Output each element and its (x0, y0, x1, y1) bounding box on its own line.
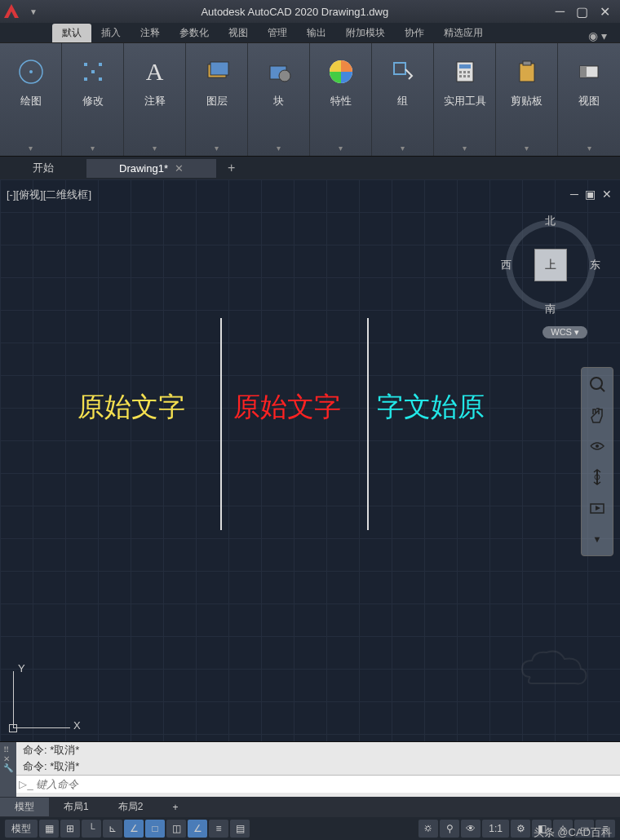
viewport-minimize-icon[interactable]: ─ (570, 188, 578, 201)
viewcube-west[interactable]: 西 (501, 258, 512, 272)
annotation-visibility-icon[interactable]: 👁 (461, 820, 480, 838)
chevron-down-icon[interactable]: ▾ (401, 144, 405, 153)
ribbon-tab-annotate[interactable]: 注释 (131, 24, 170, 42)
watermark-cloud-icon (514, 644, 596, 689)
chevron-down-icon[interactable]: ▾ (29, 144, 33, 153)
chevron-down-icon[interactable]: ▾ (525, 144, 529, 153)
layout-tab-layout2[interactable]: 布局2 (104, 798, 158, 816)
panel-layers[interactable]: 图层 ▾ (186, 43, 248, 156)
window-title: Autodesk AutoCAD 2020 Drawing1.dwg (44, 6, 546, 18)
panel-group[interactable]: 组 ▾ (372, 43, 434, 156)
ribbon-tab-view[interactable]: 视图 (219, 24, 258, 42)
ribbon-tab-featured[interactable]: 精选应用 (434, 24, 493, 42)
layout-tab-layout1[interactable]: 布局1 (49, 798, 104, 816)
viewcube-top-face[interactable]: 上 (534, 249, 567, 281)
close-icon[interactable]: ✕ (175, 162, 184, 175)
annotation-icon[interactable]: ⛭ (418, 820, 438, 838)
ucs-x-label: X (73, 719, 81, 732)
wcs-badge[interactable]: WCS ▾ (542, 326, 587, 338)
panel-clipboard-label: 剪贴板 (511, 94, 542, 108)
add-tab-button[interactable]: + (216, 161, 246, 175)
3dosnap-toggle-icon[interactable]: ◫ (166, 820, 186, 838)
panel-properties[interactable]: 特性 ▾ (310, 43, 372, 156)
chevron-down-icon[interactable]: ▾ (153, 144, 157, 153)
viewcube-south[interactable]: 南 (545, 302, 556, 316)
text-original-yellow[interactable]: 原始文字 (78, 389, 185, 426)
showmotion-icon[interactable] (586, 497, 609, 519)
panel-clipboard[interactable]: 剪贴板 ▾ (496, 43, 558, 156)
svg-rect-5 (99, 77, 102, 81)
panel-draw[interactable]: 绘图 ▾ (0, 43, 62, 156)
steering-wheel-icon[interactable] (586, 466, 609, 489)
ribbon-tab-default[interactable]: 默认 (52, 24, 91, 42)
annotation-scale-icon[interactable]: ⚲ (440, 820, 459, 838)
otrack-toggle-icon[interactable]: ∠ (188, 820, 207, 838)
panel-modify[interactable]: 修改 ▾ (62, 43, 124, 156)
osnap-toggle-icon[interactable]: □ (145, 820, 165, 838)
close-button[interactable]: ✕ (600, 4, 610, 20)
panel-utilities-label: 实用工具 (444, 94, 486, 108)
viewcube[interactable]: 上 北 南 西 东 (498, 212, 604, 318)
maximize-button[interactable]: ▢ (576, 4, 588, 20)
viewcube-east[interactable]: 东 (590, 258, 600, 272)
svg-point-27 (596, 444, 599, 448)
svg-rect-22 (523, 61, 531, 65)
add-layout-button[interactable]: + (157, 799, 193, 816)
command-input[interactable] (36, 778, 620, 790)
ribbon-tab-insert[interactable]: 插入 (91, 24, 131, 42)
pan-icon[interactable] (586, 404, 609, 427)
panel-utilities[interactable]: 实用工具 ▾ (434, 43, 496, 156)
doc-tab-drawing1[interactable]: Drawing1*✕ (86, 159, 216, 178)
polar-toggle-icon[interactable]: ⊾ (103, 820, 122, 838)
chevron-down-icon[interactable]: ▾ (277, 144, 281, 153)
status-model-button[interactable]: 模型 (5, 820, 38, 838)
panel-block[interactable]: 块 ▾ (248, 43, 310, 156)
workspace-icon[interactable]: ⚙ (511, 820, 530, 838)
ribbon-tab-parametric[interactable]: 参数化 (170, 24, 219, 42)
chevron-down-icon[interactable]: ▾ (587, 144, 591, 153)
svg-rect-17 (467, 71, 470, 73)
command-history-line: 命令: *取消* (16, 742, 620, 758)
snap-toggle-icon[interactable]: ⊞ (60, 820, 80, 838)
ribbon-tab-collaborate[interactable]: 协作 (395, 24, 434, 42)
quick-access-dropdown-icon[interactable]: ▼ (29, 7, 38, 16)
palette-icon (324, 55, 358, 89)
nav-menu-icon[interactable]: ▼ (586, 528, 609, 550)
minimize-button[interactable]: ─ (556, 4, 565, 20)
chevron-down-icon[interactable]: ▾ (339, 144, 343, 153)
doc-tab-start[interactable]: 开始 (0, 157, 86, 179)
command-handle[interactable]: ⠿✕🔧 (0, 742, 16, 797)
lineweight-toggle-icon[interactable]: ≡ (209, 820, 228, 838)
app-logo (0, 0, 23, 23)
viewport-maximize-icon[interactable]: ▣ (585, 188, 596, 201)
ortho-toggle-icon[interactable]: └ (82, 820, 101, 838)
ribbon-tab-addins[interactable]: 附加模块 (336, 24, 395, 42)
text-original-red[interactable]: 原始文字 (233, 389, 341, 426)
panel-annotate[interactable]: A 注释 ▾ (124, 43, 186, 156)
ribbon-tab-manage[interactable]: 管理 (258, 24, 297, 42)
chevron-down-icon[interactable]: ▾ (463, 144, 467, 153)
transparency-toggle-icon[interactable]: ▤ (230, 820, 250, 838)
drawing-canvas[interactable]: [-][俯视][二维线框] ─ ▣ ✕ 上 北 南 西 东 WCS ▾ ▼ 原始… (0, 179, 620, 741)
text-mirrored-cyan[interactable]: 字文始原 (377, 389, 485, 426)
panel-properties-label: 特性 (330, 94, 352, 108)
grid-toggle-icon[interactable]: ▦ (39, 820, 59, 838)
viewport-label[interactable]: [-][俯视][二维线框] (7, 188, 91, 202)
panel-view[interactable]: 视图 ▾ (558, 43, 620, 156)
scale-button[interactable]: 1:1 (482, 820, 509, 838)
doc-tab-label: Drawing1* (119, 162, 168, 175)
ribbon-toggle-icon[interactable]: ◉ ▾ (588, 29, 607, 42)
svg-rect-24 (580, 66, 587, 77)
chevron-down-icon[interactable]: ▾ (215, 144, 219, 153)
viewcube-north[interactable]: 北 (545, 214, 556, 228)
block-icon (262, 55, 296, 89)
chevron-down-icon[interactable]: ▾ (91, 144, 95, 153)
layout-tab-model[interactable]: 模型 (0, 798, 49, 816)
zoom-extents-icon[interactable] (586, 373, 609, 396)
svg-rect-4 (84, 77, 87, 81)
ribbon-tab-output[interactable]: 输出 (297, 24, 336, 42)
viewport-close-icon[interactable]: ✕ (602, 188, 612, 201)
orbit-icon[interactable] (586, 435, 609, 458)
group-icon (386, 55, 420, 89)
isodraft-toggle-icon[interactable]: ∠ (124, 820, 144, 838)
